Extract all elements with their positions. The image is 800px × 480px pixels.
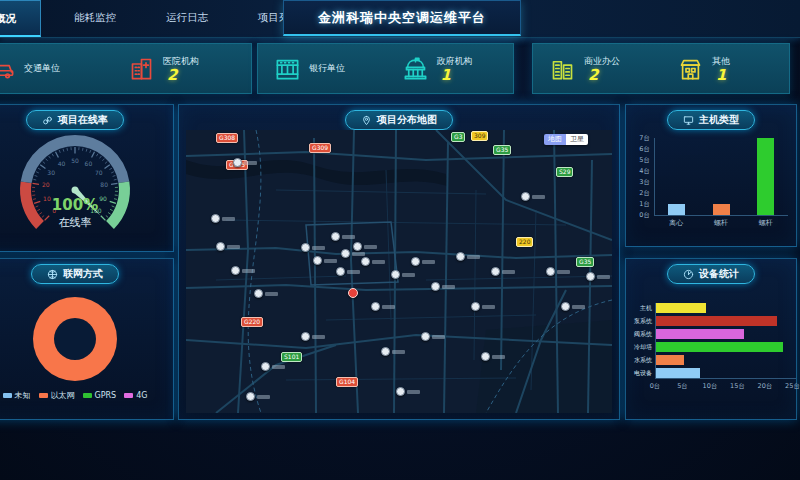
bar-水系统 <box>656 355 684 365</box>
panel-project-map-header: 项目分布地图 <box>345 110 453 130</box>
row-label: 冷却塔 <box>628 343 652 352</box>
panel-online-rate-title: 项目在线率 <box>58 113 108 127</box>
road-badge: S101 <box>281 352 302 362</box>
row-label: 电设备 <box>628 369 652 378</box>
map-marker[interactable] <box>561 302 585 311</box>
map-marker[interactable] <box>586 272 610 281</box>
xtick: 0台 <box>645 382 665 391</box>
marker-label-stub <box>352 252 365 256</box>
nav-tab-1[interactable]: 能耗监控 <box>61 0 129 37</box>
link-icon <box>42 115 53 126</box>
marker-dot <box>421 332 430 341</box>
map-marker[interactable] <box>211 214 235 223</box>
donut-hole <box>54 318 96 360</box>
marker-dot <box>471 302 480 311</box>
axis <box>654 215 788 216</box>
panel-network-type: 联网方式 未知以太网GPRS4G <box>0 258 174 420</box>
ytick: 0台 <box>634 211 650 220</box>
map-marker[interactable] <box>521 192 545 201</box>
marker-dot <box>211 214 220 223</box>
map-marker[interactable] <box>216 242 240 251</box>
bar-螺杆 <box>713 204 730 215</box>
legend-item[interactable]: 以太网 <box>39 390 75 401</box>
map-marker[interactable] <box>381 347 405 356</box>
map-marker[interactable] <box>391 270 415 279</box>
marker-dot <box>261 362 270 371</box>
map-layer-satellite[interactable]: 卫星 <box>566 134 588 145</box>
panel-host-type-header: 主机类型 <box>667 110 755 130</box>
map-marker[interactable] <box>331 232 355 241</box>
map-marker[interactable] <box>353 242 377 251</box>
svg-text:10: 10 <box>43 195 51 202</box>
map-marker[interactable] <box>313 256 337 265</box>
nav-tab-0[interactable]: 概况 <box>0 0 41 37</box>
marker-label-stub <box>432 335 445 339</box>
marker-label-stub <box>265 292 278 296</box>
map-marker[interactable] <box>431 282 455 291</box>
map-pin-icon <box>361 115 372 126</box>
panel-host-type: 主机类型 0台1台2台3台4台5台6台7台离心螺杆螺杆 <box>625 104 797 247</box>
marker-label-stub <box>347 270 360 274</box>
xtick: 5台 <box>673 382 693 391</box>
map-marker[interactable] <box>546 267 570 276</box>
map-marker[interactable] <box>411 257 435 266</box>
ytick: 2台 <box>634 189 650 198</box>
marker-dot <box>561 302 570 311</box>
map-marker[interactable] <box>396 387 420 396</box>
marker-dot <box>491 267 500 276</box>
legend-swatch <box>3 393 12 398</box>
map-marker[interactable] <box>456 252 480 261</box>
road-badge: 220 <box>516 237 533 247</box>
map-marker[interactable] <box>481 352 505 361</box>
map-marker[interactable] <box>336 267 360 276</box>
row-label: 主机 <box>628 304 652 313</box>
stat-label: 交通单位 <box>24 62 60 75</box>
axis <box>654 138 655 215</box>
map-marker[interactable] <box>491 267 515 276</box>
marker-dot <box>411 257 420 266</box>
marker-dot <box>546 267 555 276</box>
ytick: 1台 <box>634 200 650 209</box>
marker-dot <box>521 192 530 201</box>
map-canvas[interactable]: G308G309G105G104G220G3G35G35S29S10130922… <box>186 130 612 413</box>
panel-device-stats-title: 设备统计 <box>699 267 739 281</box>
map-marker[interactable] <box>301 332 325 341</box>
bar-电设备 <box>656 368 700 378</box>
map-marker[interactable] <box>301 243 325 252</box>
marker-label-stub <box>364 245 377 249</box>
marker-dot <box>231 266 240 275</box>
hospital-icon <box>128 55 155 82</box>
legend-item[interactable]: GPRS <box>83 390 117 401</box>
network-type-legend: 未知以太网GPRS4G <box>0 390 173 401</box>
map-marker-alert[interactable] <box>348 288 358 298</box>
map-marker[interactable] <box>254 289 278 298</box>
legend-item[interactable]: 4G <box>124 390 147 401</box>
map-marker[interactable] <box>246 392 270 401</box>
map-marker[interactable] <box>233 158 257 167</box>
map-marker[interactable] <box>471 302 495 311</box>
map-marker[interactable] <box>361 257 385 266</box>
host-type-chart: 0台1台2台3台4台5台6台7台离心螺杆螺杆 <box>634 131 792 231</box>
svg-text:40: 40 <box>58 160 66 167</box>
marker-label-stub <box>572 305 585 309</box>
map-marker[interactable] <box>371 302 395 311</box>
marker-label-stub <box>242 269 255 273</box>
map-layer-map[interactable]: 地图 <box>544 134 566 145</box>
road-badge: 309 <box>471 131 488 141</box>
nav-tab-2[interactable]: 运行日志 <box>153 0 221 37</box>
marker-dot <box>431 282 440 291</box>
marker-dot <box>341 249 350 258</box>
map-marker[interactable] <box>261 362 285 371</box>
road-badge: G35 <box>493 145 511 155</box>
legend-swatch <box>124 393 133 398</box>
stat-item: 交通单位 <box>0 55 112 82</box>
map-marker[interactable] <box>231 266 255 275</box>
marker-label-stub <box>482 305 495 309</box>
legend-item[interactable]: 未知 <box>3 390 31 401</box>
map-marker[interactable] <box>421 332 445 341</box>
bar-冷却塔 <box>656 342 783 352</box>
bar-螺杆 <box>757 138 774 215</box>
panel-device-stats-header: 设备统计 <box>667 264 755 284</box>
marker-dot <box>391 270 400 279</box>
marker-label-stub <box>324 259 337 263</box>
